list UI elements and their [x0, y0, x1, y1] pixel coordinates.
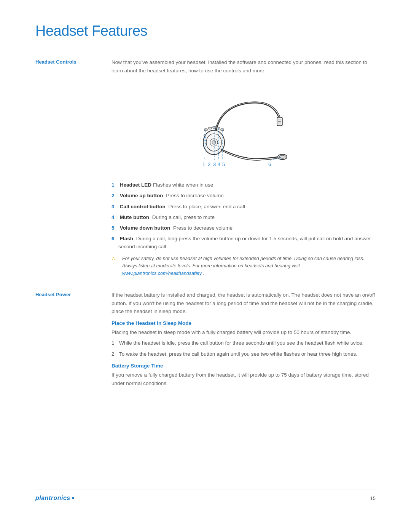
headset-diagram: 1 2 3 4 5 6: [112, 86, 376, 174]
feature-item-3: 3 Call control button Press to place, an…: [112, 203, 376, 211]
feature-name-2: Volume up button: [120, 193, 163, 198]
battery-storage-description: If you remove a fully charged battery fr…: [112, 371, 376, 387]
sleep-mode-step-1: 1 While the headset is idle, press the c…: [112, 339, 376, 347]
feature-num-4: 4: [112, 214, 118, 221]
headset-power-body: If the headset battery is installed and …: [112, 291, 376, 390]
warning-suffix: .: [202, 271, 204, 276]
headset-power-description: If the headset battery is installed and …: [112, 291, 376, 316]
warning-icon: △: [112, 256, 119, 262]
warning-body: For your safety, do not use headset at h…: [122, 256, 364, 268]
feature-desc-2: Press to increase volume: [166, 193, 224, 198]
svg-text:6: 6: [268, 161, 271, 167]
footer: plantronics 15: [35, 489, 376, 502]
svg-text:5: 5: [222, 161, 225, 167]
feature-desc-4: During a call, press to mute: [152, 214, 215, 220]
feature-name-1: Headset LED: [120, 182, 151, 188]
svg-point-3: [212, 141, 216, 144]
feature-name-5: Volume down button: [120, 225, 170, 231]
footer-page-number: 15: [370, 495, 376, 501]
footer-logo-text: plantronics: [35, 495, 70, 502]
feature-name-3: Call control button: [120, 204, 166, 209]
svg-text:4: 4: [218, 161, 220, 167]
headset-controls-description: Now that you've assembled your headset, …: [112, 58, 376, 75]
step-text-2: To wake the headset, press the call butt…: [119, 350, 376, 358]
feature-name-6: Flash: [120, 236, 133, 241]
feature-num-2: 2: [112, 192, 118, 200]
step-text-1: While the headset is idle, press the cal…: [119, 339, 376, 347]
feature-num-6: 6: [112, 235, 118, 243]
page-title: Headset Features: [35, 23, 376, 39]
feature-desc-3: Press to place, answer, end a call: [169, 204, 245, 209]
footer-logo: plantronics: [35, 495, 74, 502]
feature-item-2: 2 Volume up button Press to increase vol…: [112, 192, 376, 200]
headset-image: 1 2 3 4 5 6: [183, 86, 304, 174]
step-num-2: 2: [112, 350, 119, 358]
feature-desc-6: During a call, long press the volume but…: [118, 236, 371, 249]
headset-power-label: Headset Power: [35, 292, 71, 297]
feature-item-5: 5 Volume down button Press to decrease v…: [112, 224, 376, 232]
feature-item-4: 4 Mute button During a call, press to mu…: [112, 214, 376, 221]
sleep-mode-description: Placing the headset in sleep mode with a…: [112, 328, 376, 337]
feature-list: 1 Headset LEDFlashes white when in use 2…: [112, 181, 376, 251]
page: Headset Features Headset Controls Now th…: [0, 0, 411, 532]
feature-item-6: 6 Flash During a call, long press the vo…: [112, 235, 376, 251]
feature-num-5: 5: [112, 224, 118, 232]
feature-desc-1: Flashes white when in use: [153, 182, 213, 188]
step-num-1: 1: [112, 339, 119, 347]
svg-text:3: 3: [213, 161, 216, 167]
feature-name-4: Mute button: [120, 214, 149, 220]
headset-controls-section: Headset Controls Now that you've assembl…: [35, 58, 376, 280]
feature-num-1: 1: [112, 181, 118, 189]
section-label-power: Headset Power: [35, 291, 112, 390]
headset-power-section: Headset Power If the headset battery is …: [35, 291, 376, 390]
battery-storage-title: Battery Storage Time: [112, 363, 376, 369]
sleep-mode-title: Place the Headset in Sleep Mode: [112, 320, 376, 326]
svg-rect-5: [209, 127, 212, 129]
content-area: Headset Controls Now that you've assembl…: [35, 58, 376, 489]
svg-text:1: 1: [202, 161, 205, 167]
feature-desc-5: Press to decrease volume: [173, 225, 233, 231]
headset-controls-body: Now that you've assembled your headset, …: [112, 58, 376, 280]
sleep-mode-steps: 1 While the headset is idle, press the c…: [112, 339, 376, 358]
footer-logo-dot: [72, 497, 74, 499]
section-label-controls: Headset Controls: [35, 58, 112, 280]
svg-text:2: 2: [208, 161, 210, 167]
headset-controls-label: Headset Controls: [35, 59, 76, 65]
feature-num-3: 3: [112, 203, 118, 211]
sleep-mode-step-2: 2 To wake the headset, press the call bu…: [112, 350, 376, 358]
feature-item-1: 1 Headset LEDFlashes white when in use: [112, 181, 376, 189]
warning-link[interactable]: www.plantronics.com/healthandsafety: [122, 271, 202, 276]
warning-box: △ For your safety, do not use headset at…: [112, 255, 376, 277]
warning-text: For your safety, do not use headset at h…: [122, 255, 376, 277]
